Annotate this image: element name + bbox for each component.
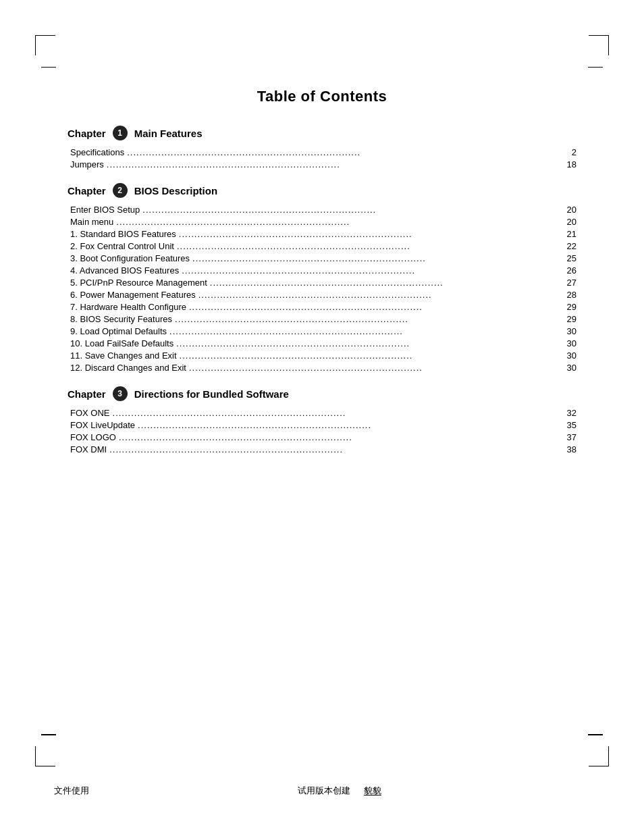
toc-entry-text: Specifications (70, 147, 124, 157)
toc-entry: 8. BIOS Security Features...............… (68, 314, 576, 324)
toc-entry-page: 25 (567, 253, 576, 263)
toc-entry-page: 26 (567, 265, 576, 276)
toc-entry: 3. Boot Configuration Features..........… (68, 253, 576, 263)
toc-entry-page: 32 (567, 408, 576, 418)
toc-entry-dots: ........................................… (127, 147, 569, 157)
chapter-num-3: 3 (113, 386, 128, 401)
toc-entry-dots: ........................................… (198, 290, 564, 300)
toc-entry: Main menu...............................… (68, 217, 576, 227)
footer-center: 试用版本创建 貌貌 (298, 785, 381, 797)
toc-section-3: FOX ONE.................................… (68, 408, 576, 454)
page-title: Table of Contents (68, 88, 576, 105)
chapter-label-3: Chapter (68, 388, 106, 400)
toc-entry-text: 5. PCI/PnP Resource Management (70, 278, 207, 288)
toc-entry-text: FOX LiveUpdate (70, 420, 135, 430)
toc-entry: Jumpers.................................… (68, 159, 576, 170)
toc-entry-text: 8. BIOS Security Features (70, 314, 172, 324)
toc-entry: 4. Advanced BIOS Features...............… (68, 265, 576, 276)
toc-entry-text: 6. Power Management Features (70, 290, 196, 300)
toc-entry-page: 20 (567, 217, 576, 227)
toc-entry-dots: ........................................… (182, 265, 564, 276)
toc-entry-dots: ........................................… (175, 314, 564, 324)
footer-brand: 貌貌 (364, 785, 381, 797)
toc-entry-page: 35 (567, 420, 576, 430)
toc-entry-dots: ........................................… (138, 420, 564, 430)
toc-entry-page: 18 (567, 159, 576, 170)
chapter-title-1: Main Features (134, 128, 203, 139)
toc-entry-page: 30 (567, 338, 576, 348)
toc-entry: 7. Hardware Health Configure............… (68, 302, 576, 312)
chapter-header-1: Chapter1Main Features (68, 126, 576, 140)
toc-entry-dots: ........................................… (210, 278, 564, 288)
toc-entry: FOX ONE.................................… (68, 408, 576, 418)
toc-entry-page: 37 (567, 432, 576, 442)
toc-entry-dots: ........................................… (189, 302, 564, 312)
toc-entry-text: Main menu (70, 217, 113, 227)
footer-left: 文件使用 (54, 785, 89, 797)
toc-entry-dots: ........................................… (176, 338, 564, 348)
toc-entry-page: 38 (567, 444, 576, 454)
toc-entry-text: Enter BIOS Setup (70, 205, 140, 215)
chapter-title-2: BIOS Description (134, 185, 217, 197)
chapter-label-1: Chapter (68, 128, 106, 139)
toc-entry-text: 11. Save Changes and Exit (70, 350, 177, 361)
toc-entry: 5. PCI/PnP Resource Management..........… (68, 278, 576, 288)
toc-entry-text: 3. Boot Configuration Features (70, 253, 190, 263)
toc-entry-page: 28 (567, 290, 576, 300)
toc-entry-page: 2 (572, 147, 576, 157)
toc-entry-dots: ........................................… (142, 205, 564, 215)
chapter-label-2: Chapter (68, 185, 106, 197)
toc-entry: 12. Discard Changes and Exit............… (68, 363, 576, 373)
toc-entry: FOX DMI.................................… (68, 444, 576, 454)
toc-entry-text: FOX ONE (70, 408, 110, 418)
toc-entry-text: FOX DMI (70, 444, 107, 454)
footer-center-prefix: 试用版本创建 (298, 785, 350, 797)
toc-entry-text: 9. Load Optimal Defaults (70, 326, 167, 336)
chapter-section-2: Chapter2BIOS DescriptionEnter BIOS Setup… (68, 183, 576, 373)
corner-mark-tl (35, 35, 55, 55)
toc-entry-text: 7. Hardware Health Configure (70, 302, 186, 312)
chapter-num-2: 2 (113, 183, 128, 198)
toc-entry-page: 30 (567, 326, 576, 336)
chapter-section-1: Chapter1Main FeaturesSpecifications.....… (68, 126, 576, 170)
toc-entry: 6. Power Management Features............… (68, 290, 576, 300)
toc-entry-page: 30 (567, 350, 576, 361)
toc-entry-dots: ........................................… (107, 159, 564, 170)
toc-entry-page: 29 (567, 302, 576, 312)
chapter-header-3: Chapter3Directions for Bundled Software (68, 386, 576, 401)
toc-entry-dots: ........................................… (179, 229, 564, 239)
toc-entry-dots: ........................................… (119, 432, 564, 442)
chapter-header-2: Chapter2BIOS Description (68, 183, 576, 198)
toc-entry: FOX LiveUpdate..........................… (68, 420, 576, 430)
toc-entry-text: 10. Load FailSafe Defaults (70, 338, 173, 348)
toc-entry: 2. Fox Central Control Unit.............… (68, 241, 576, 251)
toc-entry-text: 2. Fox Central Control Unit (70, 241, 174, 251)
chapter-title-3: Directions for Bundled Software (134, 388, 289, 400)
toc-entry: FOX LOGO................................… (68, 432, 576, 442)
toc-entry-page: 27 (567, 278, 576, 288)
toc-entry: 1. Standard BIOS Features...............… (68, 229, 576, 239)
toc-entry-page: 29 (567, 314, 576, 324)
toc-entry-page: 21 (567, 229, 576, 239)
toc-entry-dots: ........................................… (109, 444, 564, 454)
toc-entry-page: 30 (567, 363, 576, 373)
toc-entry: 11. Save Changes and Exit...............… (68, 350, 576, 361)
toc-entry: 9. Load Optimal Defaults................… (68, 326, 576, 336)
content-area: Table of Contents Chapter1Main FeaturesS… (68, 88, 576, 467)
footer: 文件使用 试用版本创建 貌貌 (0, 785, 644, 797)
toc-entry-dots: ........................................… (189, 363, 564, 373)
toc-entry: Specifications..........................… (68, 147, 576, 157)
chapter-num-1: 1 (113, 126, 128, 140)
toc-entry-dots: ........................................… (169, 326, 564, 336)
toc-entry-text: 1. Standard BIOS Features (70, 229, 176, 239)
chapter-section-3: Chapter3Directions for Bundled SoftwareF… (68, 386, 576, 454)
corner-mark-bl (35, 746, 55, 766)
toc-entry-page: 20 (567, 205, 576, 215)
toc-entry-text: Jumpers (70, 159, 104, 170)
toc-entry-text: 4. Advanced BIOS Features (70, 265, 179, 276)
toc-entry-dots: ........................................… (192, 253, 564, 263)
toc-entry: Enter BIOS Setup........................… (68, 205, 576, 215)
corner-mark-br (589, 746, 609, 766)
toc-entry-text: FOX LOGO (70, 432, 116, 442)
toc-section-2: Enter BIOS Setup........................… (68, 205, 576, 373)
